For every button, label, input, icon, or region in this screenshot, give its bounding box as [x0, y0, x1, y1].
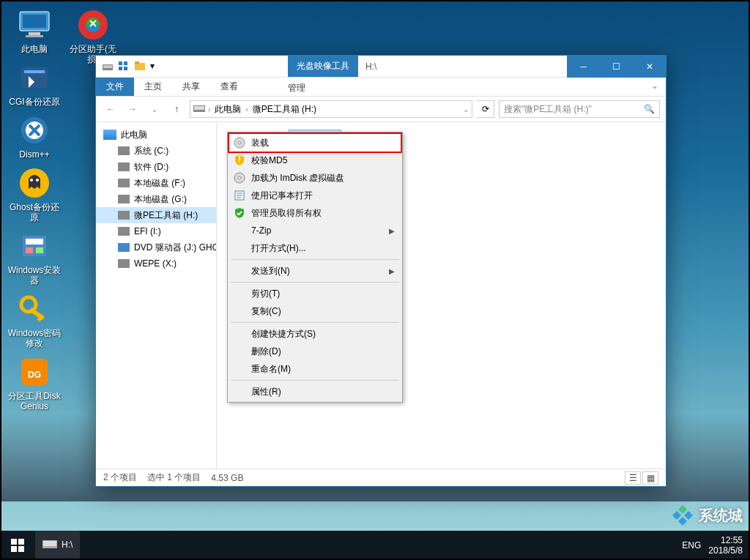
tree-label: DVD 驱动器 (J:) GHOST — [134, 242, 217, 254]
recent-dropdown[interactable]: ⌄ — [146, 100, 163, 118]
ctx-label: 复制(C) — [251, 305, 281, 318]
desktop-icon-password[interactable]: Windows密码修改 — [7, 291, 62, 348]
svg-rect-51 — [43, 541, 56, 546]
clock-date: 2018/5/8 — [708, 545, 743, 556]
address-dropdown-icon[interactable]: ⌄ — [463, 105, 469, 113]
back-button[interactable]: ← — [102, 100, 119, 118]
svg-rect-25 — [119, 61, 122, 65]
maximize-button[interactable]: ☐ — [600, 56, 633, 78]
drive-icon — [118, 163, 130, 171]
status-selection: 选中 1 个项目 — [147, 471, 201, 484]
pin-icon[interactable] — [118, 61, 130, 72]
chevron-icon[interactable]: › — [245, 105, 248, 113]
ctx-label: 创建快捷方式(S) — [251, 328, 316, 340]
ctx-delete[interactable]: 删除(D) — [229, 343, 401, 360]
tree-drive-c[interactable]: 系统 (C:) — [96, 143, 216, 159]
tree-label: 微PE工具箱 (H:) — [134, 209, 198, 222]
start-button[interactable] — [0, 531, 35, 560]
folder-qat-icon[interactable] — [134, 61, 146, 72]
ctx-admin[interactable]: 管理员取得所有权 — [229, 204, 401, 222]
taskbar-app[interactable]: H:\ — [35, 531, 80, 560]
svg-rect-28 — [124, 67, 127, 70]
svg-point-41 — [238, 176, 241, 179]
svg-rect-18 — [29, 307, 45, 321]
minimize-button[interactable]: ─ — [567, 56, 600, 78]
ctx-md5[interactable]: !校验MD5 — [229, 152, 401, 169]
svg-rect-24 — [103, 65, 112, 68]
forward-button[interactable]: → — [124, 100, 141, 118]
chevron-right-icon: ▶ — [389, 227, 395, 235]
ctx-mount[interactable]: 装载 — [229, 134, 401, 152]
desktop-icon-diskgenius[interactable]: DG 分区工具DiskGenius — [7, 354, 62, 411]
ctx-openwith[interactable]: 打开方式(H)... — [229, 239, 401, 257]
refresh-button[interactable]: ⟳ — [477, 100, 494, 118]
ribbon-home[interactable]: 主页 — [134, 78, 172, 96]
tree-drive-i[interactable]: EFI (I:) — [96, 223, 216, 239]
tree-label: 本地磁盘 (F:) — [134, 177, 185, 190]
close-button[interactable]: ✕ — [633, 56, 666, 78]
ctx-7zip[interactable]: 7-Zip▶ — [229, 222, 401, 239]
ctx-notepad[interactable]: 使用记事本打开 — [229, 187, 401, 204]
desktop-icon-ghost[interactable]: Ghost备份还原 — [7, 165, 62, 223]
ribbon-view[interactable]: 查看 — [210, 78, 248, 96]
ime-indicator[interactable]: ENG — [682, 540, 701, 550]
tree-label: 本地磁盘 (G:) — [134, 193, 187, 206]
shield-warn-icon: ! — [234, 154, 245, 166]
ribbon-share[interactable]: 共享 — [172, 78, 210, 96]
tree-drive-h[interactable]: 微PE工具箱 (H:) — [96, 207, 216, 223]
ctx-properties[interactable]: 属性(R) — [229, 383, 401, 400]
search-input[interactable]: 搜索"微PE工具箱 (H:)" 🔍 — [499, 100, 660, 118]
drive-icon — [118, 146, 130, 155]
clock[interactable]: 12:55 2018/5/8 — [708, 535, 743, 556]
ribbon-file[interactable]: 文件 — [96, 78, 134, 96]
svg-rect-49 — [18, 546, 24, 552]
tool-tab[interactable]: 光盘映像工具 — [288, 56, 358, 77]
taskbar: H:\ ENG 12:55 2018/5/8 — [0, 531, 750, 560]
desktop-icon-computer[interactable]: 此电脑 — [7, 7, 62, 54]
ribbon-expand-icon[interactable]: ⌄ — [644, 78, 666, 96]
desktop-icon-label: 此电脑 — [7, 44, 62, 54]
system-tray: ENG 12:55 2018/5/8 — [675, 531, 750, 560]
ctx-imdisk[interactable]: 加载为 ImDisk 虚拟磁盘 — [229, 169, 401, 187]
ctx-shortcut[interactable]: 创建快捷方式(S) — [229, 325, 401, 343]
desktop-icon-dism[interactable]: Dism++ — [7, 113, 62, 160]
tree-drive-x[interactable]: WEPE (X:) — [96, 255, 216, 272]
breadcrumb-current[interactable]: 微PE工具箱 (H:) — [251, 103, 318, 116]
tree-drive-f[interactable]: 本地磁盘 (F:) — [96, 175, 216, 191]
tree-drive-d[interactable]: 软件 (D:) — [96, 159, 216, 175]
tree-label: 系统 (C:) — [134, 145, 168, 157]
chevron-icon[interactable]: › — [208, 105, 210, 113]
title-text: H:\ — [358, 61, 567, 72]
tree-root-computer[interactable]: 此电脑 — [96, 127, 216, 143]
svg-rect-29 — [135, 63, 145, 70]
titlebar: ▾ 光盘映像工具 H:\ ─ ☐ ✕ — [96, 56, 666, 78]
search-icon: 🔍 — [644, 104, 655, 114]
status-count: 2 个项目 — [103, 471, 137, 484]
drive-icon — [118, 259, 130, 268]
address-bar[interactable]: › 此电脑 › 微PE工具箱 (H:) ⌄ — [190, 100, 472, 118]
ctx-cut[interactable]: 剪切(T) — [229, 285, 401, 302]
drive-icon — [102, 61, 114, 72]
desktop-icon-wininstaller[interactable]: Windows安装器 — [7, 228, 62, 285]
drive-icon — [118, 179, 130, 187]
ctx-copy[interactable]: 复制(C) — [229, 302, 401, 320]
taskbar-app-label: H:\ — [62, 540, 73, 550]
svg-rect-26 — [124, 61, 127, 65]
navbar: ← → ⌄ ↑ › 此电脑 › 微PE工具箱 (H:) ⌄ ⟳ 搜索"微PE工具… — [96, 96, 666, 122]
desktop-icon-cgi[interactable]: CGI备份还原 — [7, 60, 62, 107]
qat-dropdown-icon[interactable]: ▾ — [150, 61, 157, 72]
tree-drive-g[interactable]: 本地磁盘 (G:) — [96, 191, 216, 207]
ribbon-manage[interactable]: 管理 — [278, 78, 316, 96]
tree-dvd-j[interactable]: DVD 驱动器 (J:) GHOST — [96, 239, 216, 255]
ctx-rename[interactable]: 重命名(M) — [229, 360, 401, 378]
ctx-sendto[interactable]: 发送到(N)▶ — [229, 262, 401, 280]
view-details-button[interactable]: ☰ — [625, 471, 641, 485]
dvd-icon — [118, 243, 130, 252]
desktop-icon-label: CGI备份还原 — [7, 97, 62, 107]
desktop-icon-label: Dism++ — [7, 149, 62, 160]
up-button[interactable]: ↑ — [168, 100, 185, 118]
breadcrumb-root[interactable]: 此电脑 — [213, 103, 242, 116]
ctx-label: 重命名(M) — [251, 363, 291, 376]
view-icons-button[interactable]: ▦ — [642, 471, 658, 485]
svg-rect-48 — [11, 546, 17, 552]
